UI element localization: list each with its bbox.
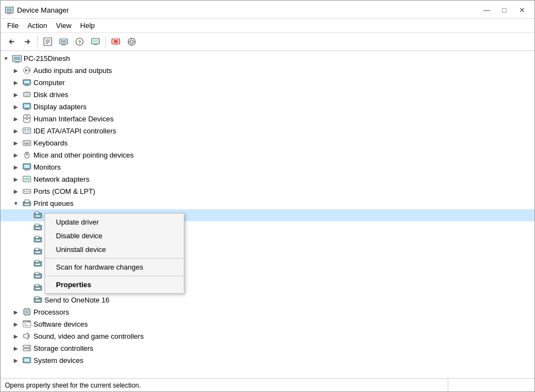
hid-expand[interactable]: ▶ bbox=[12, 114, 20, 123]
svg-rect-76 bbox=[25, 200, 29, 203]
properties-toolbar-button[interactable] bbox=[40, 35, 55, 49]
svg-rect-101 bbox=[35, 296, 39, 299]
tree-item-system[interactable]: ▶ System devices bbox=[1, 354, 534, 366]
svg-rect-99 bbox=[35, 288, 41, 289]
menu-action[interactable]: Action bbox=[23, 20, 52, 31]
computer-icon bbox=[22, 77, 32, 87]
tree-item-storage[interactable]: ▶ Storage controllers bbox=[1, 342, 534, 354]
keyboard-icon bbox=[22, 138, 32, 148]
tree-item-printq[interactable]: ▼ Print queues bbox=[1, 197, 534, 209]
audio-expand[interactable]: ▶ bbox=[12, 66, 20, 75]
title-bar-left: Device Manager bbox=[5, 5, 69, 14]
svg-rect-12 bbox=[62, 44, 65, 45]
svg-marker-5 bbox=[25, 39, 30, 44]
tree-item-hid[interactable]: ▶ Human Interface Devices bbox=[1, 113, 534, 125]
network-icon bbox=[22, 174, 32, 184]
tree-pane[interactable]: ▼ PC-215Dinesh ▶ bbox=[1, 51, 534, 378]
menu-view[interactable]: View bbox=[52, 20, 76, 31]
processors-expand[interactable]: ▶ bbox=[12, 307, 20, 316]
uninstall-toolbar-button[interactable] bbox=[108, 35, 123, 49]
svg-point-120 bbox=[26, 321, 27, 322]
menu-file[interactable]: File bbox=[3, 20, 23, 31]
storage-icon bbox=[22, 343, 32, 353]
status-text: Opens property sheet for the current sel… bbox=[5, 382, 448, 389]
svg-rect-102 bbox=[35, 300, 41, 301]
mice-expand[interactable]: ▶ bbox=[12, 150, 20, 159]
tree-root[interactable]: ▼ PC-215Dinesh bbox=[1, 52, 534, 64]
monitors-label: Monitors bbox=[33, 163, 61, 171]
storage-expand[interactable]: ▶ bbox=[12, 344, 20, 352]
update-driver-toolbar-button[interactable] bbox=[56, 35, 71, 49]
tree-item-sound[interactable]: ▶ Sound, video and game controllers bbox=[1, 330, 534, 342]
svg-point-126 bbox=[29, 346, 30, 347]
tree-item-ide[interactable]: ▶ IDE ATA/ATAPI controllers bbox=[1, 125, 534, 137]
scan-toolbar-button[interactable] bbox=[124, 35, 139, 49]
tree-item-ports[interactable]: ▶ Ports (COM & LPT) bbox=[1, 185, 534, 197]
svg-rect-93 bbox=[35, 264, 41, 265]
menu-help[interactable]: Help bbox=[76, 20, 99, 31]
tree-item-network[interactable]: ▶ Network adapters bbox=[1, 173, 534, 185]
ctx-uninstall-device[interactable]: Uninstall device bbox=[45, 243, 184, 256]
svg-rect-31 bbox=[14, 57, 20, 60]
svg-rect-65 bbox=[24, 165, 30, 168]
tree-item-processors[interactable]: ▶ bbox=[1, 306, 534, 318]
pq6-icon bbox=[33, 271, 43, 281]
svg-rect-18 bbox=[94, 44, 97, 45]
svg-rect-96 bbox=[35, 276, 41, 277]
ide-expand[interactable]: ▶ bbox=[12, 126, 20, 135]
device-map-button[interactable] bbox=[88, 35, 103, 49]
sound-expand[interactable]: ▶ bbox=[12, 332, 20, 340]
maximize-button[interactable]: □ bbox=[496, 4, 513, 16]
tree-item-disk[interactable]: ▶ Disk drives bbox=[1, 88, 534, 100]
tree-item-mice[interactable]: ▶ Mice and other pointing devices bbox=[1, 149, 534, 161]
network-expand[interactable]: ▶ bbox=[12, 175, 20, 183]
app-icon bbox=[5, 5, 14, 14]
tree-item-computer[interactable]: ▶ Computer bbox=[1, 76, 534, 88]
close-button[interactable]: ✕ bbox=[514, 4, 530, 16]
keyboards-expand[interactable]: ▶ bbox=[12, 138, 20, 147]
software-expand[interactable]: ▶ bbox=[12, 320, 20, 328]
tree-item-pq8[interactable]: ▶ Send to OneNote 16 bbox=[1, 294, 534, 306]
mice-label: Mice and other pointing devices bbox=[33, 151, 134, 159]
help-toolbar-button[interactable]: ? bbox=[72, 35, 87, 49]
tree-item-audio[interactable]: ▶ Audio inputs and outputs bbox=[1, 64, 534, 76]
tree-item-software[interactable]: ▶ Software devices bbox=[1, 318, 534, 330]
sound-icon bbox=[22, 331, 32, 341]
system-expand[interactable]: ▶ bbox=[12, 356, 20, 365]
svg-rect-95 bbox=[35, 272, 39, 275]
svg-rect-77 bbox=[24, 204, 30, 205]
ctx-scan-hardware[interactable]: Scan for hardware changes bbox=[45, 260, 184, 274]
svg-rect-60 bbox=[24, 143, 30, 144]
svg-rect-118 bbox=[23, 321, 31, 322]
computer-expand[interactable]: ▶ bbox=[12, 78, 20, 87]
forward-button[interactable] bbox=[20, 35, 35, 49]
svg-rect-45 bbox=[25, 109, 29, 110]
back-button[interactable] bbox=[4, 35, 19, 49]
disk-expand[interactable]: ▶ bbox=[12, 90, 20, 99]
pq5-icon bbox=[33, 259, 43, 268]
ports-icon bbox=[22, 186, 32, 196]
ide-label: IDE ATA/ATAPI controllers bbox=[33, 127, 116, 135]
display-expand[interactable]: ▶ bbox=[12, 102, 20, 111]
ctx-disable-device[interactable]: Disable device bbox=[45, 229, 184, 243]
title-controls: — □ ✕ bbox=[478, 4, 530, 16]
toolbar-separator-1 bbox=[37, 36, 38, 47]
network-label: Network adapters bbox=[33, 175, 89, 183]
minimize-button[interactable]: — bbox=[478, 4, 495, 16]
tree-item-monitors[interactable]: ▶ Monitors bbox=[1, 161, 534, 173]
tree-item-display[interactable]: ▶ Display adapters bbox=[1, 100, 534, 113]
monitors-expand[interactable]: ▶ bbox=[12, 163, 20, 171]
svg-marker-123 bbox=[24, 333, 28, 339]
ctx-properties[interactable]: Properties bbox=[45, 278, 184, 292]
svg-point-73 bbox=[26, 191, 27, 192]
root-expand-icon[interactable]: ▼ bbox=[2, 54, 10, 63]
printq-expand[interactable]: ▼ bbox=[12, 199, 20, 208]
ports-expand[interactable]: ▶ bbox=[12, 187, 20, 195]
keyboards-label: Keyboards bbox=[33, 139, 67, 147]
tree-item-keyboards[interactable]: ▶ Keyboards bbox=[1, 137, 534, 149]
disk-label: Disk drives bbox=[33, 91, 69, 99]
svg-rect-13 bbox=[61, 45, 66, 46]
ctx-update-driver[interactable]: Update driver bbox=[45, 215, 184, 229]
svg-point-127 bbox=[29, 349, 30, 350]
software-label: Software devices bbox=[33, 320, 88, 328]
